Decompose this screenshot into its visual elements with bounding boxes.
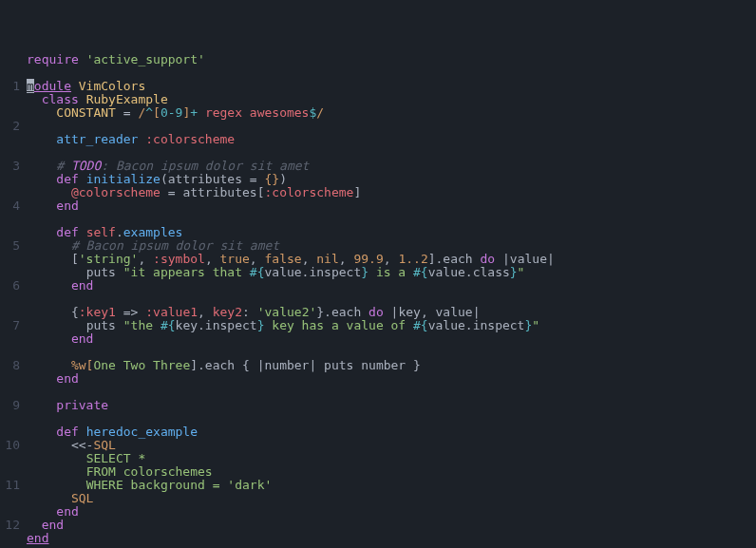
editor-pane[interactable]: 1 2 3 4 5 6 7 8 9 10 11 12 13 14 15 16 1… (0, 53, 756, 548)
code-line[interactable]: end (27, 532, 756, 545)
line-number: 2 (0, 120, 20, 133)
cursor: m (27, 79, 34, 93)
code-line[interactable]: FROM colorschemes (27, 465, 756, 479)
code-line[interactable]: SQL (27, 492, 756, 505)
code-line[interactable]: end (27, 332, 756, 346)
line-number: 11 (0, 479, 20, 492)
line-number: 12 (0, 519, 20, 532)
code-line[interactable] (27, 213, 756, 226)
code-line[interactable]: module VimColors (27, 80, 756, 93)
line-number: 4 (0, 199, 20, 213)
code-line[interactable] (27, 293, 756, 306)
code-line[interactable]: puts "the #{key.inspect} key has a value… (27, 319, 756, 332)
line-number: 3 (0, 160, 20, 173)
code-line[interactable]: CONSTANT = /^[0-9]+ regex awesomes$/ (27, 106, 756, 120)
code-line[interactable]: end (27, 372, 756, 386)
code-line[interactable]: end (27, 279, 756, 293)
code-line[interactable]: @colorscheme = attributes[:colorscheme] (27, 186, 756, 199)
code-line[interactable]: private (27, 399, 756, 412)
line-number: 9 (0, 399, 20, 412)
code-line[interactable]: class RubyExample (27, 93, 756, 106)
line-number: 5 (0, 239, 20, 253)
code-line[interactable]: end (27, 505, 756, 519)
line-number: 6 (0, 279, 20, 293)
code-line[interactable] (27, 66, 756, 80)
code-line[interactable]: SELECT * (27, 452, 756, 465)
code-line[interactable]: # Bacon ipsum dolor sit amet (27, 239, 756, 253)
line-number-gutter: 1 2 3 4 5 6 7 8 9 10 11 12 13 14 15 16 1… (0, 53, 27, 548)
line-number: 7 (0, 319, 20, 332)
code-line[interactable]: # TODO: Bacon ipsum dolor sit amet (27, 160, 756, 173)
line-number: 1 (0, 80, 20, 93)
code-line[interactable]: %w[One Two Three].each { |number| puts n… (27, 359, 756, 372)
line-number: 10 (0, 439, 20, 452)
code-line[interactable]: def heredoc_example (27, 425, 756, 439)
code-line[interactable]: end (27, 519, 756, 532)
code-line[interactable]: <<-SQL (27, 439, 756, 452)
code-line[interactable]: puts "it appears that #{value.inspect} i… (27, 266, 756, 279)
code-line[interactable]: end (27, 199, 756, 213)
code-line[interactable]: ['string', :symbol, true, false, nil, 99… (27, 253, 756, 266)
code-line[interactable] (27, 120, 756, 133)
code-line[interactable] (27, 412, 756, 425)
code-line[interactable]: def initialize(attributes = {}) (27, 173, 756, 186)
code-line[interactable]: require 'active_support' (27, 53, 756, 66)
code-area[interactable]: require 'active_support'module VimColors… (27, 53, 756, 548)
code-line[interactable]: WHERE background = 'dark' (27, 479, 756, 492)
line-number: 8 (0, 359, 20, 372)
code-line[interactable]: def self.examples (27, 226, 756, 239)
code-line[interactable]: attr_reader :colorscheme (27, 133, 756, 146)
code-line[interactable] (27, 346, 756, 359)
code-line[interactable]: {:key1 => :value1, key2: 'value2'}.each … (27, 306, 756, 319)
code-line[interactable] (27, 386, 756, 399)
code-line[interactable] (27, 146, 756, 160)
